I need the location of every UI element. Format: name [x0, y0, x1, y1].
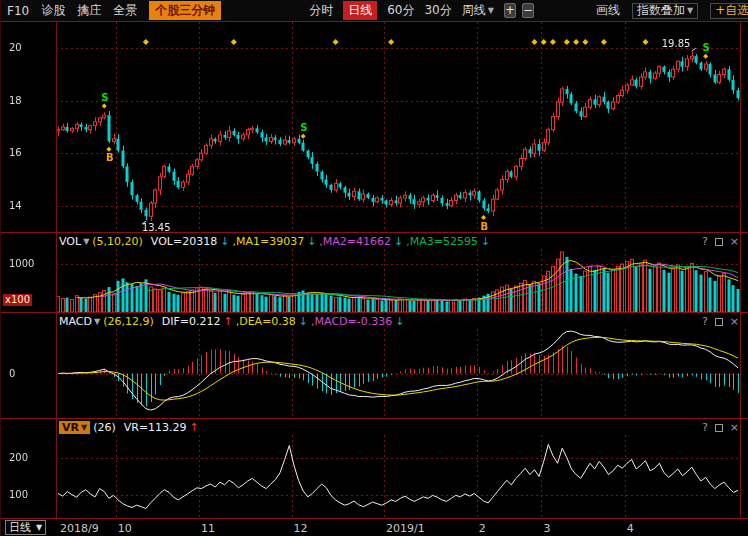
- draw-line-button[interactable]: 画线: [596, 2, 620, 19]
- up-arrow-icon: ↑: [190, 421, 199, 434]
- vol-ma3-value: ,MA3=52595: [406, 235, 478, 248]
- toolbar: F10 诊股 擒庄 全景 个股三分钟 分时 日线 60分 30分 周线▼ + −…: [1, 0, 748, 22]
- help-icon[interactable]: ?: [702, 235, 708, 248]
- chevron-down-icon: ▼: [94, 317, 100, 326]
- close-icon[interactable]: ×: [730, 421, 739, 434]
- macd-indicator-dropdown[interactable]: MACD▼: [59, 315, 100, 328]
- tab-30min[interactable]: 30分: [424, 2, 451, 19]
- volume-chart-canvas[interactable]: [1, 249, 748, 312]
- vr-panel: [1, 435, 748, 518]
- time-axis: 日线▼ 2018/91011122019/1234: [1, 518, 748, 536]
- menu-item-diagnose-stock[interactable]: 诊股: [41, 2, 65, 19]
- stock-3min-button[interactable]: 个股三分钟: [149, 1, 221, 20]
- chevron-down-icon: ▼: [488, 6, 494, 15]
- panel-controls: ? ×: [702, 235, 739, 248]
- vol-indicator-dropdown[interactable]: VOL▼: [59, 235, 89, 248]
- index-overlay-label: 指数叠加: [637, 2, 685, 19]
- down-arrow-icon: ↓: [307, 235, 316, 248]
- chevron-down-icon: ▼: [81, 423, 87, 432]
- down-arrow-icon: ↓: [394, 235, 403, 248]
- tab-daily-active[interactable]: 日线: [343, 1, 377, 20]
- down-arrow-icon: ↓: [220, 235, 229, 248]
- macd-chart-canvas[interactable]: [1, 329, 748, 418]
- tab-intraday[interactable]: 分时: [309, 2, 333, 19]
- axis-month-label: 12: [294, 522, 308, 535]
- macd-panel-header: MACD▼ (26,12,9) DIF=0.212↑ ,DEA=0.38↓ ,M…: [1, 312, 748, 329]
- menu-item-panorama[interactable]: 全景: [113, 2, 137, 19]
- vol-params: (5,10,20): [92, 235, 143, 248]
- axis-month-label: 10: [118, 522, 132, 535]
- down-arrow-icon: ↓: [299, 315, 308, 328]
- up-arrow-icon: ↑: [223, 315, 232, 328]
- panel-controls: ? ×: [702, 421, 739, 434]
- volume-unit-badge: x100: [3, 294, 32, 306]
- period-selector[interactable]: 日线▼: [5, 520, 46, 535]
- maximize-icon[interactable]: [715, 238, 723, 246]
- vr-indicator-label: VR: [62, 421, 79, 434]
- down-arrow-icon: ↓: [481, 235, 490, 248]
- add-watchlist-button[interactable]: +自选▼: [710, 3, 748, 19]
- tab-weekly-label: 周线: [462, 2, 486, 19]
- vol-ma2-value: ,MA2=41662: [319, 235, 391, 248]
- vol-indicator-label: VOL: [59, 235, 81, 248]
- down-arrow-icon: ↓: [395, 315, 404, 328]
- chevron-down-icon: ▼: [687, 6, 693, 15]
- dif-value: DIF=0.212: [162, 315, 221, 328]
- macd-params: (26,12,9): [103, 315, 154, 328]
- index-overlay-button[interactable]: 指数叠加▼: [632, 3, 698, 19]
- maximize-icon[interactable]: [715, 424, 723, 432]
- axis-month-label: 11: [201, 522, 215, 535]
- axis-month-label: 2018/9: [60, 522, 99, 535]
- close-icon[interactable]: ×: [730, 235, 739, 248]
- vol-ma1-value: ,MA1=39037: [232, 235, 304, 248]
- tab-weekly-dropdown[interactable]: 周线▼: [462, 2, 494, 19]
- kline-chart-canvas[interactable]: [1, 22, 748, 232]
- axis-month-label: 2019/1: [386, 522, 425, 535]
- chevron-down-icon: ▼: [36, 523, 42, 532]
- add-watchlist-label: +自选: [715, 2, 748, 19]
- vol-panel-header: VOL▼ (5,10,20) VOL=20318↓ ,MA1=39037↓ ,M…: [1, 232, 748, 249]
- zoom-out-button[interactable]: −: [522, 3, 534, 18]
- help-icon[interactable]: ?: [702, 421, 708, 434]
- vr-indicator-dropdown[interactable]: VR▼: [59, 421, 90, 434]
- kline-panel: [1, 22, 748, 232]
- zoom-in-button[interactable]: +: [504, 3, 516, 18]
- panel-controls: ? ×: [702, 315, 739, 328]
- menu-item-f10[interactable]: F10: [7, 4, 29, 18]
- stock-chart-window: F10 诊股 擒庄 全景 个股三分钟 分时 日线 60分 30分 周线▼ + −…: [0, 0, 748, 536]
- macd-panel: [1, 329, 748, 418]
- chevron-down-icon: ▼: [83, 237, 89, 246]
- dea-value: ,DEA=0.38: [236, 315, 296, 328]
- vr-params: (26): [93, 421, 116, 434]
- axis-month-label: 2: [479, 522, 486, 535]
- maximize-icon[interactable]: [715, 318, 723, 326]
- vr-chart-canvas[interactable]: [1, 435, 748, 518]
- period-label: 日线: [9, 520, 31, 535]
- macd-value: ,MACD=-0.336: [311, 315, 392, 328]
- vr-panel-header: VR▼ (26) VR=113.29↑ ? ×: [1, 418, 748, 435]
- tab-60min[interactable]: 60分: [387, 2, 414, 19]
- volume-panel: x100: [1, 249, 748, 312]
- macd-indicator-label: MACD: [59, 315, 92, 328]
- axis-month-label: 3: [543, 522, 550, 535]
- vol-value: VOL=20318: [151, 235, 217, 248]
- menu-item-qinzhuang[interactable]: 擒庄: [77, 2, 101, 19]
- help-icon[interactable]: ?: [702, 315, 708, 328]
- vr-value: VR=113.29: [124, 421, 187, 434]
- axis-month-label: 4: [627, 522, 634, 535]
- close-icon[interactable]: ×: [730, 315, 739, 328]
